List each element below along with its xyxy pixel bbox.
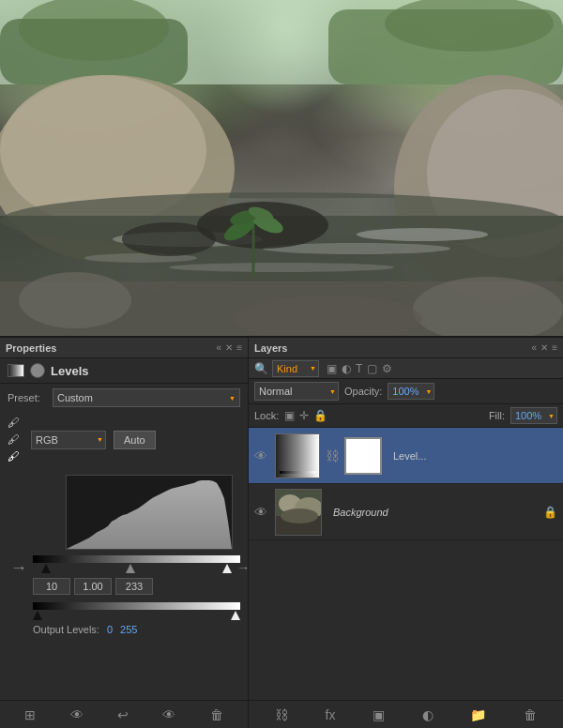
levels-mask-thumb [344, 437, 382, 475]
lock-icons: ▣ ✛ 🔒 [284, 409, 327, 422]
gray-eyedropper-icon[interactable]: 🖋 [8, 432, 20, 447]
blend-select-wrap: Normal Multiply Screen Overlay [254, 382, 339, 401]
close-icon[interactable]: ✕ [225, 342, 233, 353]
black-value-input[interactable] [33, 578, 70, 595]
reset-icon[interactable]: ↩ [117, 707, 129, 722]
photo-overlay [0, 0, 563, 338]
svg-marker-27 [67, 480, 232, 549]
output-handles [33, 610, 240, 621]
input-levels-slider: → → [33, 555, 240, 574]
fill-wrap [510, 407, 557, 424]
background-layer-name: Background [327, 507, 538, 518]
preset-select-wrap: Custom Default [53, 388, 240, 407]
lock-position-icon[interactable]: ✛ [299, 409, 309, 422]
layer-item-background[interactable]: 👁 Background 🔒 [249, 484, 563, 540]
preset-label: Preset: [8, 392, 45, 403]
layers-close-icon[interactable]: ✕ [540, 342, 548, 353]
output-black-handle[interactable] [33, 611, 42, 620]
rgb-row: 🖋 🖋 🖋 RGB Red Green Blue Auto [0, 412, 248, 467]
blend-mode-row: Normal Multiply Screen Overlay Opacity: [249, 379, 563, 404]
properties-panel: Properties « ✕ ≡ Levels Preset: Custom D… [0, 338, 249, 728]
output-black-val: 0 [107, 624, 113, 635]
type-filter-icon[interactable]: T [356, 362, 362, 375]
link-layers-icon[interactable]: ⛓ [275, 707, 288, 722]
black-slider-handle[interactable] [41, 564, 51, 573]
mid-value-input[interactable] [74, 578, 112, 595]
output-white-handle[interactable] [231, 611, 240, 620]
layers-toolbar: ⛓ fx ▣ ◐ 📁 🗑 [249, 700, 563, 728]
opacity-label: Opacity: [344, 386, 382, 397]
adjustment-filter-icon[interactable]: ◐ [342, 362, 351, 375]
output-gradient [33, 602, 240, 610]
levels-layer-thumb [275, 433, 320, 478]
bg-thumb-svg [276, 490, 322, 536]
svg-point-32 [281, 508, 318, 523]
histogram-container [33, 471, 240, 554]
levels-label: Levels [51, 364, 88, 378]
fx-icon[interactable]: fx [326, 707, 336, 722]
channel-select[interactable]: RGB Red Green Blue [31, 431, 106, 449]
add-adjustment-icon[interactable]: ◐ [422, 707, 434, 722]
svg-point-15 [169, 263, 394, 272]
search-icon: 🔍 [254, 362, 268, 375]
layer-item-levels[interactable]: 👁 ⛓ Level... [249, 428, 563, 484]
output-slider-wrap [33, 602, 240, 621]
layers-panel: Layers « ✕ ≡ 🔍 Kind Name Effect ▣ ◐ T [249, 338, 563, 728]
white-slider-handle[interactable]: → [222, 564, 232, 573]
blend-mode-select[interactable]: Normal Multiply Screen Overlay [254, 382, 339, 401]
fill-label: Fill: [489, 410, 505, 421]
output-levels-section: Output Levels: 0 255 [33, 602, 240, 635]
opacity-wrap [388, 383, 434, 400]
layers-header-icons: « ✕ ≡ [532, 342, 557, 353]
white-eyedropper-icon[interactable]: 🖋 [8, 449, 20, 463]
auto-button[interactable]: Auto [114, 431, 156, 449]
properties-toolbar: ⊞ 👁 ↩ 👁 🗑 [0, 700, 248, 728]
preset-select[interactable]: Custom Default [53, 388, 240, 407]
delete-icon[interactable]: 🗑 [210, 707, 223, 722]
add-group-icon[interactable]: 📁 [470, 707, 486, 722]
filter-icons: ▣ ◐ T ▢ ⚙ [327, 362, 392, 375]
visibility-toggle-icon[interactable]: 👁 [70, 707, 84, 722]
layers-filter-toolbar: 🔍 Kind Name Effect ▣ ◐ T ▢ ⚙ [249, 358, 563, 379]
layer-eye-levels[interactable]: 👁 [254, 448, 269, 463]
svg-point-24 [19, 272, 131, 328]
left-arrow-indicator: → [10, 558, 27, 578]
photo-canvas [0, 0, 563, 338]
values-row [0, 574, 248, 599]
delete-layer-icon[interactable]: 🗑 [524, 707, 537, 722]
levels-layer-name: Level... [388, 450, 557, 462]
opacity-input[interactable] [388, 383, 434, 400]
clip-to-layer-icon[interactable]: ⊞ [24, 707, 36, 722]
adjustment-thumb-icon [8, 364, 24, 377]
background-layer-thumb [275, 489, 322, 536]
preset-row: Preset: Custom Default [0, 384, 248, 412]
output-label: Output Levels: [33, 624, 99, 635]
layers-double-arrow-icon[interactable]: « [532, 342, 538, 353]
menu-icon[interactable]: ≡ [236, 342, 242, 353]
preview-icon[interactable]: 👁 [162, 707, 175, 722]
smart-filter-icon[interactable]: ⚙ [382, 362, 392, 375]
levels-header: Levels [0, 358, 248, 384]
properties-header-icons: « ✕ ≡ [217, 342, 242, 353]
pixel-filter-icon[interactable]: ▣ [327, 362, 337, 375]
shape-filter-icon[interactable]: ▢ [367, 362, 377, 375]
mask-icon [30, 363, 45, 378]
add-mask-icon[interactable]: ▣ [373, 707, 385, 722]
white-value-input[interactable] [115, 578, 153, 595]
lock-all-icon[interactable]: 🔒 [313, 409, 327, 422]
black-eyedropper-icon[interactable]: 🖋 [8, 416, 20, 430]
layer-eye-background[interactable]: 👁 [254, 505, 269, 520]
kind-select[interactable]: Kind Name Effect [272, 360, 319, 377]
slider-handles: → → [33, 563, 240, 574]
properties-panel-header: Properties « ✕ ≡ [0, 338, 248, 358]
fill-input[interactable] [510, 407, 557, 424]
layers-menu-icon[interactable]: ≡ [552, 342, 557, 353]
output-label-row: Output Levels: 0 255 [33, 624, 240, 635]
photo-image [0, 0, 563, 336]
layer-link-icon: ⛓ [326, 448, 339, 463]
double-arrow-icon[interactable]: « [217, 342, 222, 353]
layers-panel-header: Layers « ✕ ≡ [249, 338, 563, 358]
layers-list: 👁 ⛓ Level... 👁 [249, 428, 563, 700]
lock-pixels-icon[interactable]: ▣ [284, 409, 295, 422]
mid-slider-handle[interactable] [126, 564, 135, 573]
